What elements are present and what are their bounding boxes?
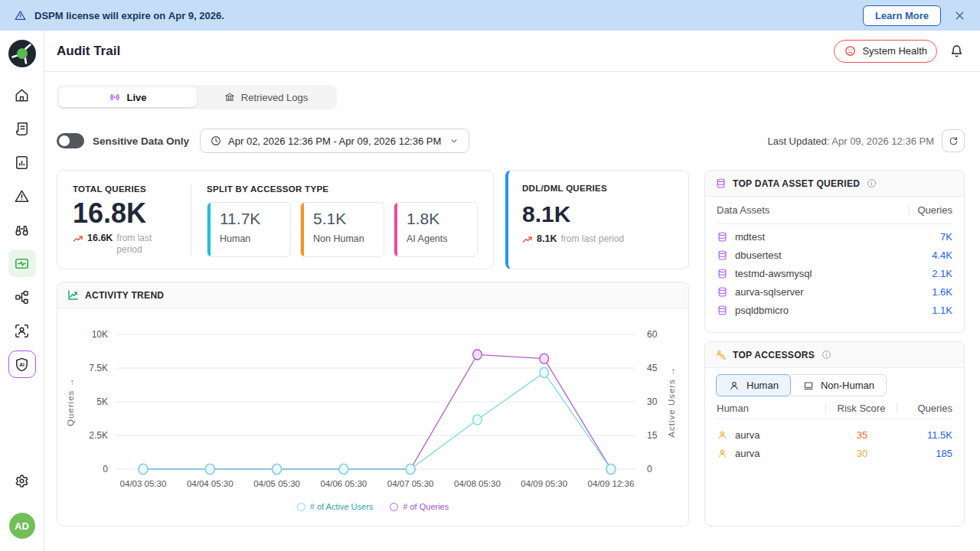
accessor-type-card: 11.7KHuman [207, 202, 291, 257]
total-queries-value: 16.8K [73, 199, 191, 228]
data-asset-row[interactable]: mdtest7K [717, 227, 952, 246]
system-health-button[interactable]: System Health [834, 40, 937, 63]
top-data-assets-panel: TOP DATA ASSET QUERIED Data Assets Queri… [704, 170, 965, 333]
accessor-row[interactable]: aurva30185 [717, 444, 952, 462]
svg-text:04/07 05:30: 04/07 05:30 [387, 479, 434, 488]
svg-text:7.5K: 7.5K [89, 363, 108, 373]
top-accessors-title: TOP ACCESSORS [733, 350, 815, 360]
activity-trend-card: ACTIVITY TREND 002.5K155K307.5K4510K6004… [57, 282, 689, 527]
legend-item[interactable]: # of Queries [390, 502, 449, 511]
data-asset-row[interactable]: testmd-awsmysql2.1K [717, 264, 952, 282]
queries-stats-card: TOTAL QUERIES 16.8K 16.6K from last peri… [57, 170, 494, 269]
activity-trend-chart: 002.5K155K307.5K4510K6004/03 05:3004/04 … [57, 308, 688, 500]
person-icon [717, 448, 728, 459]
data-asset-row[interactable]: aurva-sqlserver1.6K [717, 282, 952, 301]
tab-live[interactable]: Live [59, 87, 197, 107]
data-asset-row[interactable]: dbusertest4.4K [717, 246, 952, 264]
info-icon [866, 178, 877, 189]
sidebar-item-activity[interactable] [8, 249, 36, 277]
total-queries-label: TOTAL QUERIES [73, 184, 191, 194]
svg-text:04/03 05:30: 04/03 05:30 [120, 479, 167, 488]
col-queries: Queries [917, 204, 952, 216]
accessor-row[interactable]: aurva3511.5K [717, 425, 952, 444]
chevron-down-icon [449, 135, 459, 146]
svg-text:AI: AI [19, 361, 24, 367]
top-accessors-panel: TOP ACCESSORS Human Non-Human [704, 341, 965, 527]
svg-text:Queries →: Queries → [66, 377, 75, 426]
svg-text:0: 0 [647, 464, 652, 474]
chart-legend: # of Active Users# of Queries [57, 502, 688, 511]
refresh-button[interactable] [942, 129, 965, 152]
log-mode-tabs: Live Retrieved Logs [57, 85, 337, 109]
database-icon [715, 178, 727, 189]
date-range-picker[interactable]: Apr 02, 2026 12:36 PM - Apr 09, 2026 12:… [200, 129, 469, 153]
sidebar-item-ai[interactable]: AI [8, 350, 36, 378]
sidebar: AI AD [0, 31, 44, 551]
svg-text:04/09 05:30: 04/09 05:30 [521, 479, 567, 488]
svg-text:2.5K: 2.5K [89, 430, 108, 441]
live-icon [109, 91, 121, 103]
svg-text:04/06 05:30: 04/06 05:30 [320, 479, 367, 488]
split-label: SPLIT BY ACCESSOR TYPE [207, 184, 478, 194]
col-risk-score: Risk Score [826, 403, 897, 414]
toggle-label: Sensitive Data Only [93, 135, 189, 147]
banner-text: DSPM license will expire on Apr 9, 2026. [34, 10, 224, 21]
svg-text:04/08 05:30: 04/08 05:30 [454, 479, 501, 488]
avatar[interactable]: AD [9, 513, 35, 539]
chart-line-icon [67, 289, 79, 301]
ddl-value: 8.1K [522, 203, 675, 226]
col-human: Human [717, 403, 825, 414]
svg-text:10K: 10K [92, 329, 108, 340]
sad-face-icon [844, 44, 857, 57]
col-data-assets: Data Assets [717, 204, 901, 216]
sidebar-item-identity[interactable] [8, 317, 36, 344]
sidebar-item-settings[interactable] [8, 467, 36, 494]
bell-icon[interactable] [949, 43, 965, 59]
laptop-icon [802, 380, 815, 392]
col-queries: Queries [897, 403, 952, 414]
data-asset-row[interactable]: psqldbmicro1.1K [717, 301, 952, 319]
person-icon [728, 380, 740, 392]
last-updated: Last Updated: Apr 09, 2026 12:36 PM [767, 135, 934, 147]
close-icon[interactable] [953, 9, 966, 22]
non-human-tab[interactable]: Non-Human [791, 374, 887, 396]
top-assets-title: TOP DATA ASSET QUERIED [733, 178, 860, 189]
ddl-label: DDL/DML QUERIES [522, 184, 675, 193]
svg-text:5K: 5K [96, 396, 108, 407]
sidebar-item-reports[interactable] [8, 148, 36, 176]
bank-icon [224, 91, 236, 103]
ddl-dml-card: DDL/DML QUERIES 8.1K 8.1K from last peri… [505, 170, 689, 269]
legend-item[interactable]: # of Active Users [297, 502, 374, 511]
total-queries-delta-suffix: from last period [116, 233, 161, 256]
learn-more-button[interactable]: Learn More [863, 5, 941, 26]
sensitive-data-toggle[interactable] [57, 133, 84, 148]
trend-up-icon [522, 234, 533, 245]
svg-text:04/09 12:36: 04/09 12:36 [588, 479, 635, 488]
trend-up-icon [73, 233, 83, 244]
database-icon [717, 231, 728, 243]
accessors-icon [715, 349, 727, 360]
app-logo [8, 39, 37, 68]
database-icon [717, 268, 728, 279]
human-tab[interactable]: Human [716, 374, 791, 396]
license-banner: DSPM license will expire on Apr 9, 2026.… [0, 0, 980, 31]
tab-retrieved-logs[interactable]: Retrieved Logs [197, 87, 335, 107]
activity-trend-title: ACTIVITY TREND [85, 290, 164, 301]
svg-text:30: 30 [647, 396, 658, 407]
svg-text:45: 45 [647, 363, 658, 373]
ddl-delta-suffix: from last period [560, 233, 624, 245]
accessor-type-card: 5.1KNon Human [300, 202, 384, 257]
sidebar-item-audit-log[interactable] [8, 115, 36, 142]
database-icon [717, 286, 728, 298]
warning-icon [14, 9, 27, 22]
sidebar-item-alerts[interactable] [8, 182, 36, 210]
ddl-delta: 8.1K [537, 233, 557, 244]
page-title: Audit Trail [57, 44, 120, 59]
accessor-type-card: 1.8KAI Agents [394, 202, 478, 257]
svg-text:04/05 05:30: 04/05 05:30 [253, 479, 300, 488]
sidebar-item-home[interactable] [8, 81, 36, 109]
person-icon [717, 429, 728, 441]
sidebar-item-discover[interactable] [8, 216, 36, 243]
svg-text:Active Users →: Active Users → [667, 366, 676, 437]
sidebar-item-data-flow[interactable] [8, 283, 36, 311]
